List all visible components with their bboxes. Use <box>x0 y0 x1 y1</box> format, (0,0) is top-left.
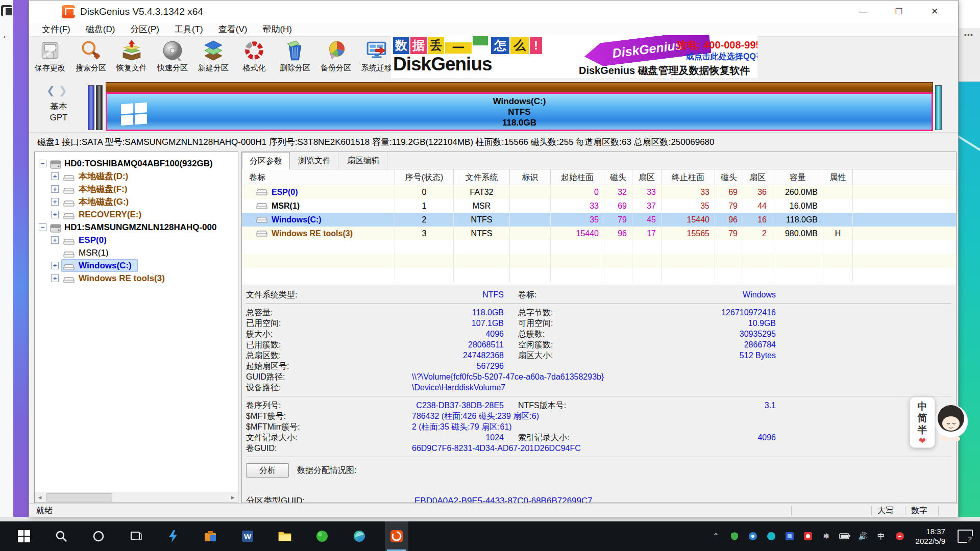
column-header[interactable]: 扇区 <box>632 169 662 185</box>
taskbar-windows-start[interactable] <box>12 521 36 551</box>
scroll-right-icon[interactable]: ▸ <box>228 492 238 503</box>
taskbar-search[interactable] <box>50 521 73 551</box>
partition-sliver-re[interactable] <box>935 85 942 130</box>
tray-app-red[interactable] <box>894 531 905 542</box>
tab-1[interactable]: 浏览文件 <box>291 152 338 169</box>
column-header[interactable]: 文件系统 <box>454 169 510 185</box>
tray-chevron-up[interactable]: ⌃ <box>710 531 722 542</box>
selected-partition-block[interactable]: Windows(C:) NTFS 118.0GB <box>106 92 933 131</box>
taskbar-clock[interactable]: 18:372022/5/9 <box>916 527 945 546</box>
tray-speaker[interactable]: 🔊 <box>857 531 869 542</box>
tree-hscrollbar[interactable]: ◂▸ <box>35 492 238 503</box>
collapse-icon[interactable]: − <box>39 160 46 167</box>
maximize-button[interactable]: ☐ <box>884 1 914 23</box>
menu-item-1[interactable]: 磁盘(D) <box>78 23 123 36</box>
tab-2[interactable]: 扇区编辑 <box>340 152 387 169</box>
tree-item--g-[interactable]: +本地磁盘(G:) <box>35 195 238 208</box>
analyze-button[interactable]: 分析 <box>246 463 289 478</box>
expand-icon[interactable]: + <box>51 211 59 218</box>
menu-item-5[interactable]: 帮助(H) <box>255 23 300 36</box>
nav-forward-icon[interactable]: ❯ <box>59 84 67 96</box>
minimize-button[interactable]: — <box>848 1 878 23</box>
taskbar-diskgenius[interactable] <box>385 521 408 551</box>
column-header[interactable]: 扇区 <box>743 169 772 185</box>
tray-shield-green[interactable] <box>729 531 740 542</box>
column-header[interactable]: 起始柱面 <box>551 169 604 185</box>
tree-item--f-[interactable]: +本地磁盘(F:) <box>35 183 238 195</box>
column-header[interactable]: 属性 <box>823 169 853 185</box>
taskbar-edge[interactable] <box>348 521 371 551</box>
ad-qq-link[interactable]: 或点击此处选择QQ咨询 <box>686 52 757 62</box>
tray-snowflake[interactable]: ❄ <box>821 531 832 542</box>
column-header[interactable]: 标识 <box>510 169 551 185</box>
toolbar-button-new-partition[interactable]: 新建分区 <box>193 39 233 78</box>
nav-back-icon[interactable]: ❮ <box>46 84 55 96</box>
taskbar-app-blue-bolt[interactable] <box>161 521 185 551</box>
partition-sliver-msr[interactable] <box>96 85 103 130</box>
tree-item-windows-re-tools-3-[interactable]: +Windows RE tools(3) <box>35 272 238 285</box>
toolbar-button-search-partition[interactable]: 搜索分区 <box>71 39 111 78</box>
column-header[interactable]: 容量 <box>772 169 823 185</box>
expand-icon[interactable]: + <box>51 185 59 193</box>
column-header[interactable]: 序号(状态) <box>395 169 454 185</box>
partition-block-windows-c[interactable]: Windows(C:) NTFS 118.0GB <box>106 82 933 131</box>
close-button[interactable]: ✕ <box>920 1 949 23</box>
toolbar-button-recover-files[interactable]: 恢复文件 <box>112 39 152 78</box>
menu-item-0[interactable]: 文件(F) <box>34 23 78 36</box>
table-row-windows-re-tools-3-[interactable]: Windows RE tools(3)3NTFS1544096171556579… <box>242 227 956 240</box>
tree-item-hd0-toshibamq04abf100-932gb-[interactable]: −HD0:TOSHIBAMQ04ABF100(932GB) <box>35 157 238 170</box>
column-header[interactable]: 磁头 <box>715 169 743 185</box>
notification-center-icon[interactable]: 2 <box>958 530 973 543</box>
toolbar-button-quick-partition[interactable]: 快速分区 <box>153 39 192 78</box>
tray-square-blue[interactable] <box>784 531 795 542</box>
collapse-icon[interactable]: − <box>39 223 46 231</box>
taskbar-word[interactable]: W <box>236 521 259 551</box>
column-header[interactable]: 磁头 <box>604 169 632 185</box>
tree-item-msr-1-[interactable]: MSR(1) <box>35 246 238 259</box>
table-row-msr-1-[interactable]: MSR(1)1MSR33693735794416.0MB <box>242 199 956 213</box>
taskbar-cortana[interactable] <box>87 521 110 551</box>
taskbar-app-store-orange[interactable] <box>199 521 222 551</box>
tab-0[interactable]: 分区参数 <box>242 152 290 169</box>
expand-icon[interactable]: + <box>51 274 59 282</box>
tree-item-recovery-e-[interactable]: +RECOVERY(E:) <box>35 208 238 221</box>
scroll-thumb[interactable] <box>46 493 112 502</box>
menu-item-4[interactable]: 查看(V) <box>211 23 255 36</box>
taskbar-file-explorer[interactable] <box>273 521 297 551</box>
partition-sliver-esp[interactable] <box>88 85 94 130</box>
toolbar-button-backup-partition[interactable]: 备份分区 <box>316 39 356 78</box>
widget-char[interactable]: 简 <box>910 412 935 424</box>
scroll-left-icon[interactable]: ◂ <box>35 492 45 503</box>
column-header[interactable]: 终止柱面 <box>662 169 715 185</box>
tray-ime-chinese[interactable]: 中 <box>876 531 887 542</box>
more-options-icon[interactable]: ⋯ <box>964 30 973 41</box>
back-arrow-icon[interactable]: ← <box>2 30 12 41</box>
tree-item-windows-c-[interactable]: +Windows(C:) <box>35 259 238 272</box>
tray-battery[interactable] <box>839 531 850 542</box>
heart-icon[interactable]: ❤ <box>910 436 935 447</box>
expand-icon[interactable]: + <box>51 236 59 244</box>
tray-circle-teal[interactable] <box>766 531 777 542</box>
tray-square-red[interactable] <box>802 531 814 542</box>
table-row-windows-c-[interactable]: Windows(C:)2NTFS357945154409616118.0GB <box>242 213 956 227</box>
expand-icon[interactable]: + <box>51 262 59 269</box>
toolbar-button-delete-partition[interactable]: 删除分区 <box>275 39 315 78</box>
expand-icon[interactable]: + <box>51 172 59 180</box>
menu-item-2[interactable]: 分区(P) <box>122 23 167 36</box>
widget-char[interactable]: 中 <box>910 400 935 412</box>
toolbar-button-format[interactable]: 格式化 <box>234 39 274 78</box>
tray-circle-blue[interactable] <box>747 531 758 542</box>
tree-item-esp-0-[interactable]: +ESP(0) <box>35 234 238 246</box>
widget-char[interactable]: 半 <box>910 424 935 436</box>
expand-icon[interactable]: + <box>51 198 59 206</box>
taskbar-app-green[interactable] <box>310 521 334 551</box>
toolbar-button-save-changes[interactable]: 保存更改 <box>30 39 70 78</box>
tree-item--d-[interactable]: +本地磁盘(D:) <box>35 170 238 183</box>
ad-banner[interactable]: 数据丢一怎么! DiskGenius DiskGenius 致电: 400-00… <box>391 35 757 78</box>
taskbar-task-view[interactable] <box>124 521 148 551</box>
tree-item-hd1-samsungmznln128hahq-000[interactable]: −HD1:SAMSUNGMZNLN128HAHQ-000 <box>35 221 238 234</box>
menu-item-3[interactable]: 工具(T) <box>167 23 211 36</box>
floating-service-widget[interactable]: 中简半❤ <box>910 397 935 448</box>
column-header[interactable]: 卷标 <box>242 169 395 185</box>
table-row-esp-0-[interactable]: ESP(0)0FAT3203233336936260.0MB <box>242 185 956 199</box>
